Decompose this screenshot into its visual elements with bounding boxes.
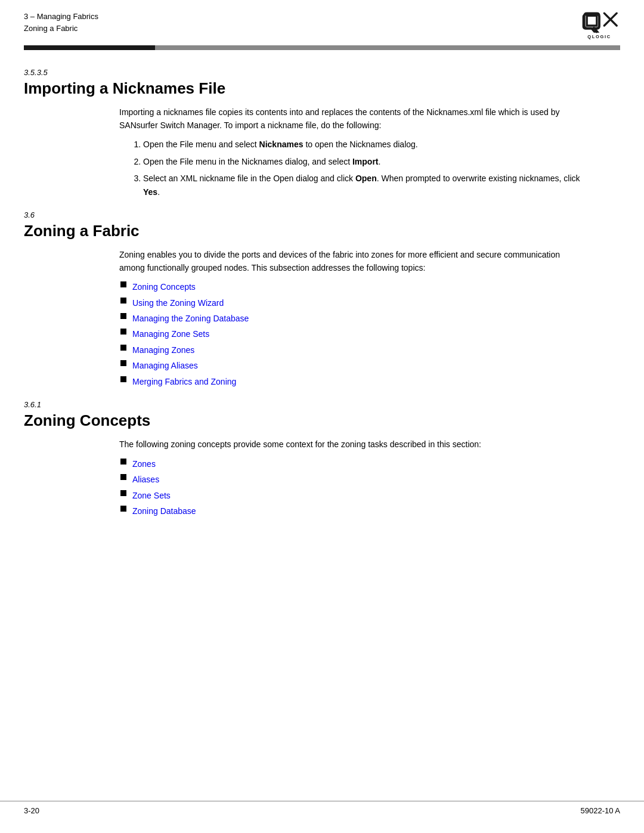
link-merging-fabrics[interactable]: Merging Fabrics and Zoning xyxy=(132,375,236,388)
link-zone-sets[interactable]: Zone Sets xyxy=(132,489,171,502)
bullet-square xyxy=(120,360,126,366)
bullet-icon xyxy=(119,506,132,512)
footer-page-number: 3-20 xyxy=(24,806,39,815)
section2-indent: Zoning enables you to divide the ports a… xyxy=(119,249,584,388)
bullet-square xyxy=(120,376,126,382)
link-managing-zones[interactable]: Managing Zones xyxy=(132,343,194,357)
bullet-square xyxy=(120,345,126,351)
section3-links: Zones Aliases Zone Sets Zoning Database xyxy=(119,457,584,518)
qlogic-logo-icon: QLOGIC xyxy=(578,11,620,41)
footer-doc-number: 59022-10 A xyxy=(580,806,620,815)
link-zoning-database[interactable]: Zoning Database xyxy=(132,504,196,518)
bullet-managing-zones: Managing Zones xyxy=(119,343,584,357)
bullet-zone-sets: Zone Sets xyxy=(119,489,584,502)
bullet-icon xyxy=(119,490,132,496)
step-2: Open the File menu in the Nicknames dial… xyxy=(143,155,584,168)
section-heading-1: Importing a Nicknames File xyxy=(24,79,620,98)
bullet-managing-aliases: Managing Aliases xyxy=(119,359,584,372)
bullet-icon xyxy=(119,474,132,480)
link-managing-zone-sets[interactable]: Managing Zone Sets xyxy=(132,327,209,340)
breadcrumb: 3 – Managing Fabrics Zoning a Fabric xyxy=(24,11,98,34)
section2-links: Zoning Concepts Using the Zoning Wizard … xyxy=(119,280,584,388)
bar-light xyxy=(155,45,620,50)
step-1: Open the File menu and select Nicknames … xyxy=(143,138,584,151)
section-zoning-concepts: 3.6.1 Zoning Concepts The following zoni… xyxy=(24,400,620,518)
bullet-zones: Zones xyxy=(119,457,584,470)
link-zoning-concepts[interactable]: Zoning Concepts xyxy=(132,280,196,293)
section-heading-2: Zoning a Fabric xyxy=(24,222,620,240)
bullet-square xyxy=(120,474,126,480)
bullet-icon xyxy=(119,360,132,366)
section-importing: 3.5.3.5 Importing a Nicknames File Impor… xyxy=(24,68,620,199)
bullet-merging-fabrics: Merging Fabrics and Zoning xyxy=(119,375,584,388)
section-zoning-fabric: 3.6 Zoning a Fabric Zoning enables you t… xyxy=(24,210,620,388)
section-num-2: 3.6 xyxy=(24,210,620,219)
section3-intro: The following zoning concepts provide so… xyxy=(119,438,584,451)
step-3: Select an XML nickname file in the Open … xyxy=(143,172,584,199)
link-zoning-wizard[interactable]: Using the Zoning Wizard xyxy=(132,296,224,309)
bullet-square xyxy=(120,459,126,465)
bullet-square xyxy=(120,506,126,512)
bullet-zoning-database: Zoning Database xyxy=(119,504,584,518)
bullet-square xyxy=(120,281,126,287)
breadcrumb-line2: Zoning a Fabric xyxy=(24,23,98,35)
page: 3 – Managing Fabrics Zoning a Fabric QLO… xyxy=(0,0,644,833)
bullet-icon xyxy=(119,345,132,351)
section-num-1: 3.5.3.5 xyxy=(24,68,620,77)
bullet-managing-zone-sets: Managing Zone Sets xyxy=(119,327,584,340)
bullet-icon xyxy=(119,298,132,304)
content: 3.5.3.5 Importing a Nicknames File Impor… xyxy=(0,50,644,518)
bullet-aliases: Aliases xyxy=(119,473,584,486)
breadcrumb-line1: 3 – Managing Fabrics xyxy=(24,11,98,23)
bullet-zoning-concepts: Zoning Concepts xyxy=(119,280,584,293)
logo-area: QLOGIC xyxy=(578,11,620,41)
bar-dark xyxy=(24,45,155,50)
steps-list: Open the File menu and select Nicknames … xyxy=(131,138,584,199)
bullet-square xyxy=(120,298,126,304)
section2-intro: Zoning enables you to divide the ports a… xyxy=(119,249,584,274)
bullet-icon xyxy=(119,329,132,335)
footer: 3-20 59022-10 A xyxy=(0,801,644,815)
section3-indent: The following zoning concepts provide so… xyxy=(119,438,584,518)
bullet-square xyxy=(120,329,126,335)
bullet-managing-zoning-db: Managing the Zoning Database xyxy=(119,312,584,325)
section-heading-3: Zoning Concepts xyxy=(24,411,620,430)
link-aliases[interactable]: Aliases xyxy=(132,473,159,486)
header: 3 – Managing Fabrics Zoning a Fabric QLO… xyxy=(0,0,644,41)
bullet-square xyxy=(120,313,126,319)
bullet-zoning-wizard: Using the Zoning Wizard xyxy=(119,296,584,309)
bullet-icon xyxy=(119,313,132,319)
bullet-icon xyxy=(119,281,132,287)
section1-intro: Importing a nicknames file copies its co… xyxy=(119,106,584,132)
bullet-square xyxy=(120,490,126,496)
link-zones[interactable]: Zones xyxy=(132,457,156,470)
link-managing-aliases[interactable]: Managing Aliases xyxy=(132,359,198,372)
bullet-icon xyxy=(119,376,132,382)
link-managing-zoning-database[interactable]: Managing the Zoning Database xyxy=(132,312,249,325)
header-bar xyxy=(24,45,620,50)
section1-indent: Importing a nicknames file copies its co… xyxy=(119,106,584,199)
section-num-3: 3.6.1 xyxy=(24,400,620,409)
svg-text:QLOGIC: QLOGIC xyxy=(587,34,611,39)
bullet-icon xyxy=(119,459,132,465)
